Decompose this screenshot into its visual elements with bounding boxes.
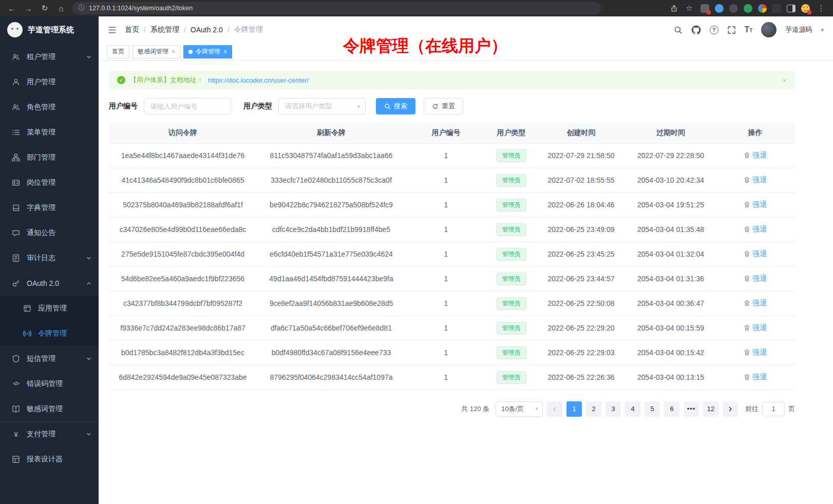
force-logout-button[interactable]: 强退	[744, 323, 767, 333]
extension-icon-1[interactable]	[701, 4, 709, 13]
actions-cell: 强退	[715, 192, 795, 217]
chevron-down-icon	[86, 356, 91, 361]
sidebar-item-user[interactable]: 用户管理	[0, 69, 99, 94]
share-icon[interactable]	[670, 5, 678, 12]
page-button[interactable]: 3	[605, 401, 621, 417]
reset-button[interactable]: 重置	[424, 98, 463, 114]
extension-icon-3[interactable]	[729, 4, 738, 13]
user-avatar[interactable]	[761, 22, 777, 37]
expire-time-cell: 2054-03-04 01:31:36	[626, 266, 715, 291]
org-tree-icon	[11, 153, 21, 162]
tab-home[interactable]: 首页	[107, 45, 129, 59]
page-button[interactable]: 4	[625, 401, 640, 417]
sidebar-item-dept[interactable]: 部门管理	[0, 145, 99, 170]
font-size-icon[interactable]: TT	[745, 25, 753, 34]
sidebar-item-dict[interactable]: 字典管理	[0, 195, 99, 220]
sidebar-item-label: 短信管理	[27, 354, 80, 363]
sidebar-item-audit-log[interactable]: 审计日志	[0, 245, 99, 270]
tab-token[interactable]: 令牌管理 ×	[183, 45, 232, 59]
sidebar-item-tenant[interactable]: 租户管理	[0, 44, 99, 69]
user-type-badge: 管理员	[497, 322, 526, 335]
site-info-icon[interactable]: ⓘ	[78, 4, 85, 13]
page-button[interactable]: 5	[645, 401, 660, 417]
sidebar-item-oauth-app[interactable]: 应用管理	[0, 296, 99, 321]
profile-avatar-icon[interactable]	[801, 4, 810, 13]
extension-icon-2[interactable]	[715, 4, 724, 13]
force-logout-button[interactable]: 强退	[744, 225, 767, 234]
browser-back-icon[interactable]: ←	[6, 3, 17, 14]
close-icon[interactable]: ×	[223, 49, 227, 55]
user-type-cell: 管理员	[486, 242, 536, 266]
bookmark-star-icon[interactable]: ☆	[684, 3, 695, 14]
force-logout-button[interactable]: 强退	[744, 274, 767, 283]
force-logout-button[interactable]: 强退	[744, 299, 767, 308]
sidebar-item-notice[interactable]: 通知公告	[0, 220, 99, 245]
sidebar-item-role[interactable]: 角色管理	[0, 94, 99, 120]
close-icon[interactable]: ×	[172, 49, 175, 55]
sidebar-item-pay[interactable]: ¥ 支付管理	[0, 421, 99, 447]
page-button[interactable]: 12	[703, 401, 718, 417]
people-icon	[11, 103, 21, 112]
side-panel-icon[interactable]	[787, 5, 796, 12]
browser-menu-icon[interactable]: ⋮	[816, 3, 827, 14]
force-logout-button[interactable]: 强退	[744, 348, 767, 357]
sidebar-item-sensitive-word[interactable]: 敏感词管理	[0, 396, 99, 421]
tab-sensitive-word[interactable]: 敏感词管理 ×	[132, 45, 180, 59]
user-name[interactable]: 芋道源码	[785, 25, 812, 34]
force-logout-button[interactable]: 强退	[744, 151, 767, 160]
force-logout-button[interactable]: 强退	[744, 373, 767, 382]
next-page-button[interactable]	[723, 401, 738, 417]
close-icon[interactable]: ×	[782, 76, 787, 85]
actions-cell: 强退	[715, 242, 795, 266]
actions-cell: 强退	[715, 143, 795, 168]
sidebar-item-oauth[interactable]: OAuth 2.0	[0, 270, 99, 296]
user-type-cell: 管理员	[486, 143, 536, 168]
extension-icon-6[interactable]	[772, 4, 781, 13]
sidebar-item-menu[interactable]: 菜单管理	[0, 120, 99, 145]
url-text: 127.0.0.1:1024/system/oauth2/token	[89, 5, 193, 12]
more-pages-button[interactable]: •••	[684, 401, 699, 417]
search-button[interactable]: 搜索	[376, 98, 415, 114]
sidebar-item-sms[interactable]: 短信管理	[0, 346, 99, 371]
page-button[interactable]: 6	[664, 401, 679, 417]
table-row: c342377bf8b344799dcbf7bf095287f2 9ce8ef2…	[109, 291, 795, 316]
sidebar-item-post[interactable]: 岗位管理	[0, 170, 99, 195]
breadcrumb-system[interactable]: 系统管理	[150, 25, 179, 34]
force-logout-button[interactable]: 强退	[744, 249, 767, 259]
alert-doc-link[interactable]: https://doc.iocoder.cn/user-center/	[208, 76, 309, 84]
breadcrumb-oauth[interactable]: OAuth 2.0	[191, 26, 223, 34]
browser-forward-icon[interactable]: →	[23, 3, 34, 14]
create-time-cell: 2022-07-29 21:58:50	[536, 143, 626, 168]
app-logo-row[interactable]: 芋道管理系统	[0, 16, 99, 43]
chevron-down-icon[interactable]: ▾	[821, 27, 824, 33]
sidebar-item-oauth-token[interactable]: 令牌管理	[0, 321, 99, 346]
browser-reload-icon[interactable]: ↻	[39, 3, 50, 14]
search-icon[interactable]	[674, 26, 683, 34]
help-icon[interactable]: ?	[710, 26, 718, 34]
user-id-input[interactable]	[144, 98, 231, 114]
fullscreen-icon[interactable]	[727, 26, 736, 34]
browser-home-icon[interactable]: ⌂	[55, 3, 67, 14]
page-button[interactable]: 1	[566, 401, 582, 417]
prev-page-button[interactable]	[547, 401, 562, 417]
page-size-select[interactable]: 10条/页 ▾	[496, 401, 543, 417]
page-button[interactable]: 2	[586, 401, 601, 417]
sidebar-item-label: OAuth 2.0	[27, 279, 80, 287]
goto-page: 前往 页	[745, 402, 795, 416]
extension-icon-4[interactable]	[744, 4, 752, 13]
force-logout-button[interactable]: 强退	[744, 200, 767, 209]
user-type-select[interactable]: 请选择用户类型 ▾	[278, 98, 366, 114]
user-type-cell: 管理员	[486, 291, 536, 316]
sidebar-item-report-designer[interactable]: 报表设计器	[0, 447, 99, 472]
force-logout-button[interactable]: 强退	[744, 176, 767, 185]
user-type-badge: 管理员	[497, 371, 526, 384]
address-bar[interactable]: ⓘ 127.0.0.1:1024/system/oauth2/token	[72, 2, 601, 14]
sidebar-collapse-icon[interactable]	[108, 26, 117, 34]
refresh-token-cell: 9ce8ef2aa9f14056b831ae9b608e28d5	[257, 291, 406, 316]
refresh-token-cell: e6cfd40eb1f54571a31e775e039c4624	[257, 242, 406, 266]
github-icon[interactable]	[691, 25, 701, 35]
breadcrumb-home[interactable]: 首页	[125, 25, 139, 34]
extension-icon-5[interactable]	[758, 4, 767, 13]
sidebar-item-errcode[interactable]: </> 错误码管理	[0, 371, 99, 396]
goto-page-input[interactable]	[762, 402, 785, 416]
